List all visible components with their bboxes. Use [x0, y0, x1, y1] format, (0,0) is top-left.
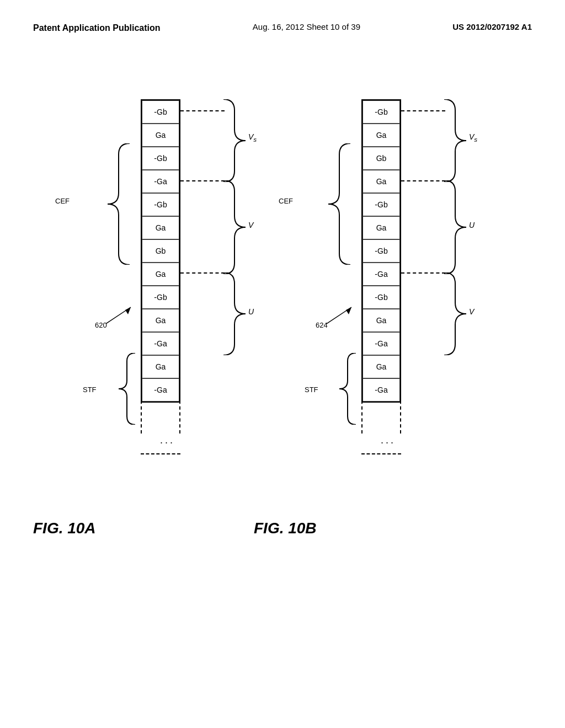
publication-title: Patent Application Publication	[33, 22, 161, 34]
fig10a-dots: ···	[160, 437, 175, 448]
fig10a-cef-brace	[74, 143, 141, 265]
fig10a-stf-label: STF	[83, 386, 97, 394]
fig10a-cef-label: CEF	[55, 197, 70, 205]
fig10a-vs-top-dash	[180, 110, 225, 111]
publication-date-sheet: Aug. 16, 2012 Sheet 10 of 39	[253, 22, 360, 31]
fig10b-cef-label: CEF	[279, 197, 293, 205]
fig10b-cell-11: -Ga	[363, 332, 400, 355]
fig10a-cell-12: Ga	[142, 355, 179, 378]
fig10a-vs-mid-dash	[180, 180, 225, 181]
fig10a-cell-7: Gb	[142, 239, 179, 263]
fig10b-cell-2: Ga	[363, 124, 400, 147]
fig10b-vs-label: Vs	[469, 132, 477, 143]
fig10b-stf-label: STF	[305, 386, 318, 394]
fig10b-cell-10: Ga	[363, 309, 400, 332]
fig10a-v-label: V	[248, 221, 253, 229]
fig10a-cell-2: Ga	[142, 124, 179, 147]
fig10b-u-bot-dash	[401, 272, 445, 274]
fig10a-cell-13: -Ga	[142, 378, 179, 402]
fig10a-vs-label: Vs	[248, 132, 257, 143]
fig10b-u-label-top: U	[469, 221, 475, 229]
fig10b-number: 624	[316, 321, 328, 329]
fig10b-cell-3: Gb	[363, 147, 400, 170]
fig10b-label: FIG. 10B	[254, 520, 317, 537]
fig10b-cell-9: -Gb	[363, 286, 400, 309]
fig10b-vs-top-dash	[401, 110, 445, 111]
fig10b-vs-mid-dash	[401, 180, 445, 181]
fig10a-label: FIG. 10A	[33, 520, 96, 537]
fig10b-cef-brace	[295, 143, 361, 265]
diagram-area: FIG. 10A FIG. 10B -Gb Ga -Gb -Ga -Gb Ga …	[0, 51, 565, 685]
fig10a-arrow	[106, 304, 139, 326]
fig10b-cell-6: Ga	[363, 216, 400, 239]
fig10a-bottom-line	[141, 453, 180, 454]
fig10b-cell-1: -Gb	[363, 100, 400, 124]
fig10a-number: 620	[95, 321, 107, 329]
svg-marker-3	[346, 307, 351, 314]
fig10b-cell-8: -Ga	[363, 263, 400, 286]
svg-marker-1	[125, 307, 131, 314]
fig10b-column: -Gb Ga Gb Ga -Gb Ga -Gb -Ga -Gb Ga -Ga G…	[361, 99, 401, 403]
fig10b-arrow	[327, 304, 360, 326]
fig10b-dots: ···	[381, 437, 396, 448]
fig10a-dashed-bottom	[141, 400, 180, 433]
fig10a-cell-9: -Gb	[142, 286, 179, 309]
fig10b-cell-4: Ga	[363, 170, 400, 193]
fig10a-cell-6: Ga	[142, 216, 179, 239]
fig10b-cell-12: Ga	[363, 355, 400, 378]
fig10a-cell-8: Ga	[142, 263, 179, 286]
publication-number: US 2012/0207192 A1	[452, 22, 532, 31]
fig10a-u-bot-dash	[180, 272, 225, 274]
fig10b-cell-13: -Ga	[363, 378, 400, 402]
fig10a-column: -Gb Ga -Gb -Ga -Gb Ga Gb Ga -Gb Ga -Ga G…	[141, 99, 180, 403]
fig10b-bottom-line	[361, 453, 401, 454]
fig10b-cell-7: -Gb	[363, 239, 400, 263]
fig10b-cell-5: -Gb	[363, 193, 400, 216]
fig10b-v-label: V	[469, 307, 474, 316]
fig10a-cell-4: -Ga	[142, 170, 179, 193]
fig10b-dashed-bottom	[361, 400, 401, 433]
fig10a-cell-10: Ga	[142, 309, 179, 332]
fig10a-cell-3: -Gb	[142, 147, 179, 170]
page-header: Patent Application Publication Aug. 16, …	[0, 0, 565, 45]
fig10a-cell-11: -Ga	[142, 332, 179, 355]
fig10a-cell-1: -Gb	[142, 100, 179, 124]
fig10a-u-label: U	[248, 307, 254, 316]
fig10a-cell-5: -Gb	[142, 193, 179, 216]
